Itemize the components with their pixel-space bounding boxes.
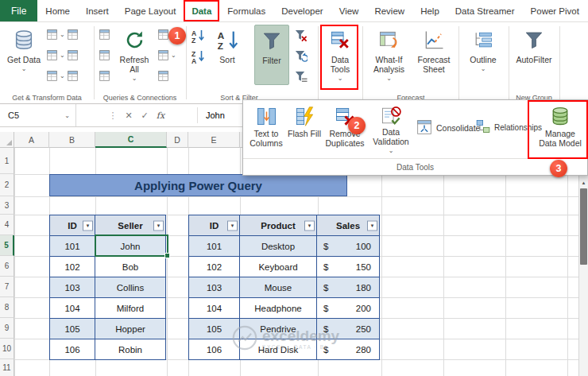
cell[interactable]: Mouse [239, 277, 317, 298]
header-cell-sales[interactable]: Sales▼ [316, 215, 380, 236]
cell[interactable]: $200 [316, 297, 380, 319]
edit-links-icon[interactable]: ⌄ [157, 49, 176, 61]
from-source-icon[interactable] [67, 70, 79, 82]
flash-fill-button[interactable]: Flash Fill [288, 103, 321, 156]
row-header-7[interactable]: 7 [0, 277, 14, 297]
tab-review[interactable]: Review [366, 0, 412, 21]
sort-ascending-icon[interactable] [191, 29, 205, 43]
drag-handle-icon[interactable]: ⋮ [105, 104, 121, 126]
refresh-all-button[interactable]: Refresh All ⌄ [116, 25, 153, 85]
cell[interactable]: 104 [188, 297, 240, 319]
outline-button[interactable]: Outline ⌄ [465, 25, 501, 85]
cell[interactable]: 105 [49, 318, 95, 339]
column-header-d[interactable]: D [167, 132, 188, 148]
filter-dropdown-icon[interactable]: ▼ [83, 220, 93, 231]
cell[interactable]: $180 [316, 277, 380, 298]
cell[interactable]: 101 [49, 235, 95, 257]
scrollbar-thumb[interactable] [580, 188, 587, 265]
get-data-button[interactable]: Get Data ⌄ [5, 25, 43, 85]
row-header-2[interactable]: 2 [0, 174, 14, 196]
consolidate-button[interactable]: Consolidate [416, 119, 480, 137]
from-source-icon[interactable] [67, 49, 79, 61]
row-header-10[interactable]: 10 [0, 339, 14, 359]
column-header-a[interactable]: A [14, 132, 49, 148]
cell[interactable]: $150 [316, 256, 380, 277]
cell[interactable]: Keyboard [239, 256, 317, 277]
row-header-11[interactable]: 11 [0, 359, 14, 376]
header-cell-seller[interactable]: Seller▼ [95, 215, 166, 236]
autofilter-button[interactable]: AutoFilter [513, 25, 555, 85]
cell[interactable]: 106 [49, 339, 95, 360]
tab-formulas[interactable]: Formulas [219, 0, 273, 21]
selected-cell-outline[interactable] [95, 235, 168, 257]
column-header-e[interactable]: E [188, 132, 240, 148]
sheet-title-cell[interactable]: Applying Power Query [49, 174, 347, 196]
row-header-8[interactable]: 8 [0, 297, 14, 318]
row-header-3[interactable]: 3 [0, 196, 14, 215]
cell[interactable]: Collins [95, 277, 166, 298]
from-source-icon[interactable]: ⌄ [46, 29, 65, 41]
filter-dropdown-icon[interactable]: ▼ [227, 220, 238, 231]
advanced-filter-icon[interactable] [294, 70, 308, 83]
scroll-up-icon[interactable]: ▲ [579, 177, 588, 188]
connections-icon[interactable] [99, 49, 110, 61]
cell[interactable]: Robin [95, 339, 166, 360]
cell[interactable]: 103 [49, 277, 95, 298]
workbook-links-icon[interactable] [157, 70, 169, 82]
tab-view[interactable]: View [331, 0, 367, 21]
clear-filter-icon[interactable] [294, 29, 308, 42]
from-source-icon[interactable]: ⌄ [46, 70, 65, 82]
cell[interactable]: 101 [188, 235, 240, 257]
sort-button[interactable]: Sort [210, 25, 245, 85]
row-header-5[interactable]: 5 [0, 235, 14, 256]
cell[interactable]: 102 [188, 256, 240, 277]
tab-power-pivot[interactable]: Power Pivot [523, 0, 587, 21]
text-to-columns-button[interactable]: Text to Columns [246, 103, 286, 156]
cell[interactable]: Milford [95, 297, 166, 319]
filter-dropdown-icon[interactable]: ▼ [153, 220, 164, 231]
reapply-filter-icon[interactable] [294, 49, 308, 63]
header-cell-product[interactable]: Product▼ [239, 215, 317, 236]
filter-dropdown-icon[interactable]: ▼ [304, 220, 315, 231]
cell[interactable]: Hopper [95, 318, 166, 339]
column-header-c[interactable]: C [95, 132, 167, 148]
cell[interactable]: $100 [316, 235, 380, 257]
properties-icon[interactable] [99, 70, 110, 82]
formula-bar-input[interactable]: John [198, 104, 225, 126]
cell[interactable]: 103 [188, 277, 240, 298]
filter-button[interactable]: Filter [254, 25, 289, 85]
header-cell-id[interactable]: ID▼ [188, 215, 240, 236]
name-box[interactable]: C5 ⌄ [0, 104, 76, 126]
what-if-analysis-button[interactable]: What-If Analysis ⌄ [366, 25, 412, 85]
forecast-sheet-button[interactable]: Forecast Sheet [414, 25, 454, 85]
header-cell-id[interactable]: ID▼ [49, 215, 95, 236]
tab-file[interactable]: File [0, 0, 37, 21]
tab-data-streamer[interactable]: Data Streamer [447, 0, 523, 21]
row-header-6[interactable]: 6 [0, 256, 14, 277]
cell[interactable]: 104 [49, 297, 95, 319]
row-header-4[interactable]: 4 [0, 215, 14, 235]
row-header-9[interactable]: 9 [0, 318, 14, 339]
tab-page-layout[interactable]: Page Layout [117, 0, 184, 21]
manage-data-model-button[interactable]: Manage Data Model [532, 103, 588, 156]
column-header-b[interactable]: B [49, 132, 95, 148]
row-header-1[interactable]: 1 [0, 148, 14, 174]
sort-descending-icon[interactable] [191, 49, 205, 64]
queries-icon[interactable] [99, 29, 110, 41]
tab-data[interactable]: Data [184, 0, 219, 21]
from-source-icon[interactable]: ⌄ [46, 49, 65, 61]
tab-home[interactable]: Home [37, 0, 78, 21]
tab-help[interactable]: Help [412, 0, 447, 21]
data-validation-button[interactable]: Data Validation ⌄ [369, 103, 413, 156]
cell[interactable]: Desktop [239, 235, 317, 257]
cancel-icon[interactable]: ✕ [121, 104, 137, 126]
select-all-corner[interactable] [0, 132, 14, 148]
cell[interactable]: Bob [95, 256, 166, 277]
insert-function-icon[interactable]: fx [153, 104, 168, 126]
tab-insert[interactable]: Insert [78, 0, 117, 21]
from-source-icon[interactable] [67, 29, 79, 41]
filter-dropdown-icon[interactable]: ▼ [367, 220, 377, 231]
enter-icon[interactable]: ✓ [137, 104, 153, 126]
data-tools-button[interactable]: Data Tools ⌄ [323, 25, 358, 85]
cell[interactable]: Headphone [239, 297, 317, 319]
